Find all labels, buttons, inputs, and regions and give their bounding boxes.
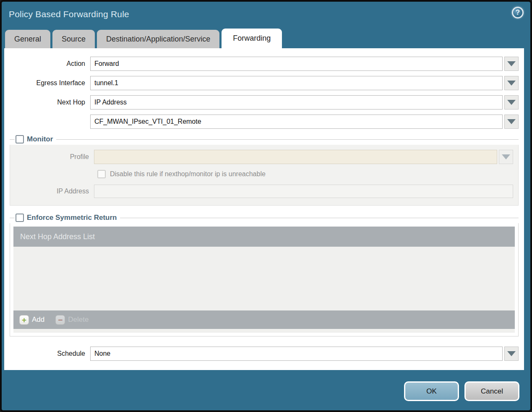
add-icon: + bbox=[19, 315, 29, 325]
next-hop-address-list-container: Next Hop Address List + Add − Delete bbox=[10, 223, 519, 336]
monitor-ip-address-row: IP Address bbox=[15, 184, 513, 198]
schedule-combo: None bbox=[90, 347, 519, 361]
chevron-down-icon bbox=[507, 61, 516, 66]
ok-button[interactable]: OK bbox=[404, 381, 459, 401]
tab-forwarding[interactable]: Forwarding bbox=[222, 29, 282, 48]
tab-source[interactable]: Source bbox=[52, 30, 95, 48]
schedule-label: Schedule bbox=[10, 350, 90, 357]
monitor-legend-row: Monitor bbox=[10, 134, 519, 145]
enforce-symmetric-return-section: Enforce Symmetric Return Next Hop Addres… bbox=[10, 212, 519, 336]
schedule-dropdown-button[interactable] bbox=[504, 347, 519, 361]
next-hop-address-combo: CF_MWAN_IPsec_VTI_01_Remote bbox=[90, 115, 519, 129]
egress-interface-combo: tunnel.1 bbox=[90, 76, 519, 90]
forwarding-tab-panel: Action Forward Egress Interface tunnel.1… bbox=[4, 48, 524, 370]
delete-button[interactable]: − Delete bbox=[55, 315, 89, 325]
tab-general[interactable]: General bbox=[5, 30, 50, 48]
monitor-ip-address-input bbox=[94, 185, 513, 198]
chevron-down-icon bbox=[502, 154, 510, 159]
monitor-section: Monitor Profile Disable this rule if nex… bbox=[10, 134, 519, 206]
egress-interface-dropdown-button[interactable] bbox=[504, 76, 519, 90]
next-hop-address-value[interactable]: CF_MWAN_IPsec_VTI_01_Remote bbox=[90, 115, 503, 129]
action-value[interactable]: Forward bbox=[90, 57, 503, 71]
monitor-ip-address-label: IP Address bbox=[15, 188, 94, 195]
chevron-down-icon bbox=[507, 100, 516, 105]
chevron-down-icon bbox=[507, 81, 516, 86]
delete-button-label: Delete bbox=[68, 316, 89, 324]
disable-rule-label: Disable this rule if nexthop/monitor ip … bbox=[110, 170, 266, 178]
action-combo: Forward bbox=[90, 57, 519, 71]
legend-line bbox=[120, 218, 519, 218]
title-bar: Policy Based Forwarding Rule ? bbox=[2, 2, 530, 29]
tab-destination-application-service[interactable]: Destination/Application/Service bbox=[97, 30, 219, 48]
profile-row: Profile bbox=[15, 150, 513, 164]
next-hop-combo: IP Address bbox=[90, 95, 519, 110]
egress-interface-row: Egress Interface tunnel.1 bbox=[10, 76, 519, 90]
add-button-label: Add bbox=[32, 316, 44, 324]
next-hop-address-list-toolbar: + Add − Delete bbox=[13, 310, 515, 329]
table-scroll-strip bbox=[13, 329, 515, 333]
action-label: Action bbox=[10, 60, 90, 68]
disable-rule-row: Disable this rule if nexthop/monitor ip … bbox=[97, 170, 513, 178]
help-icon[interactable]: ? bbox=[512, 7, 524, 18]
delete-icon: − bbox=[55, 315, 65, 325]
add-button[interactable]: + Add bbox=[19, 315, 44, 325]
profile-value bbox=[94, 150, 497, 164]
next-hop-address-list-header: Next Hop Address List bbox=[13, 227, 515, 247]
egress-interface-value[interactable]: tunnel.1 bbox=[90, 76, 503, 90]
action-dropdown-button[interactable] bbox=[504, 57, 519, 71]
monitor-checkbox[interactable] bbox=[16, 135, 24, 143]
next-hop-label: Next Hop bbox=[10, 99, 90, 106]
next-hop-value[interactable]: IP Address bbox=[90, 95, 503, 110]
monitor-body: Profile Disable this rule if nexthop/mon… bbox=[10, 145, 519, 206]
monitor-legend-label: Monitor bbox=[27, 135, 56, 143]
policy-based-forwarding-rule-dialog: Policy Based Forwarding Rule ? General S… bbox=[0, 0, 532, 412]
profile-label: Profile bbox=[15, 153, 94, 161]
symmetric-return-legend-row: Enforce Symmetric Return bbox=[10, 212, 519, 223]
next-hop-address-row: CF_MWAN_IPsec_VTI_01_Remote bbox=[10, 115, 519, 129]
cancel-button[interactable]: Cancel bbox=[464, 381, 519, 401]
legend-line bbox=[10, 218, 15, 218]
profile-combo bbox=[94, 150, 513, 164]
chevron-down-icon bbox=[507, 119, 516, 124]
next-hop-address-list-body bbox=[13, 247, 515, 310]
legend-line bbox=[56, 139, 519, 140]
tab-bar: General Source Destination/Application/S… bbox=[2, 29, 530, 48]
egress-interface-label: Egress Interface bbox=[10, 79, 90, 87]
schedule-row: Schedule None bbox=[10, 347, 519, 361]
enforce-symmetric-return-checkbox[interactable] bbox=[16, 214, 24, 222]
action-row: Action Forward bbox=[10, 57, 519, 71]
dialog-title: Policy Based Forwarding Rule bbox=[9, 9, 129, 19]
dialog-footer: OK Cancel bbox=[2, 370, 530, 410]
next-hop-address-dropdown-button[interactable] bbox=[504, 115, 519, 129]
profile-dropdown-button bbox=[499, 150, 513, 164]
disable-rule-checkbox bbox=[97, 170, 106, 178]
legend-line bbox=[10, 139, 15, 140]
next-hop-row: Next Hop IP Address bbox=[10, 95, 519, 110]
next-hop-dropdown-button[interactable] bbox=[504, 95, 519, 110]
enforce-symmetric-return-label: Enforce Symmetric Return bbox=[27, 214, 120, 222]
schedule-value[interactable]: None bbox=[90, 347, 503, 361]
chevron-down-icon bbox=[507, 351, 516, 356]
